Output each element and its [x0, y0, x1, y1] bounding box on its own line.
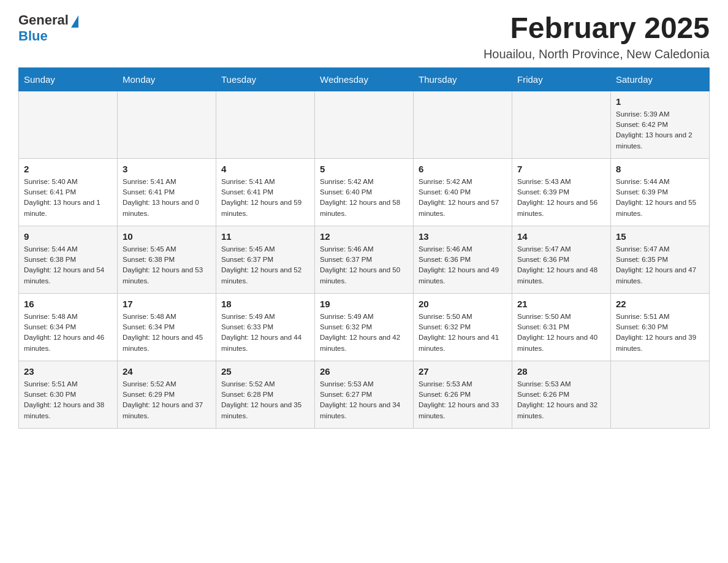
calendar-day-cell: 11Sunrise: 5:45 AMSunset: 6:37 PMDayligh…: [216, 226, 315, 293]
day-info: Sunrise: 5:47 AMSunset: 6:36 PMDaylight:…: [517, 244, 605, 286]
day-number: 21: [517, 299, 605, 309]
calendar-day-cell: 4Sunrise: 5:41 AMSunset: 6:41 PMDaylight…: [216, 158, 315, 226]
day-info: Sunrise: 5:46 AMSunset: 6:36 PMDaylight:…: [419, 244, 507, 286]
calendar-day-cell: [216, 91, 315, 158]
calendar-day-cell: 26Sunrise: 5:53 AMSunset: 6:27 PMDayligh…: [315, 361, 414, 428]
day-number: 19: [320, 299, 408, 309]
calendar-day-cell: 14Sunrise: 5:47 AMSunset: 6:36 PMDayligh…: [512, 226, 611, 293]
day-info: Sunrise: 5:42 AMSunset: 6:40 PMDaylight:…: [419, 177, 507, 219]
day-number: 6: [419, 164, 507, 174]
day-info: Sunrise: 5:49 AMSunset: 6:33 PMDaylight:…: [221, 312, 309, 354]
calendar-day-cell: 1Sunrise: 5:39 AMSunset: 6:42 PMDaylight…: [611, 91, 710, 158]
day-number: 14: [517, 231, 605, 242]
calendar-week-row: 1Sunrise: 5:39 AMSunset: 6:42 PMDaylight…: [19, 91, 710, 158]
weekday-header-wednesday: Wednesday: [315, 67, 414, 91]
day-number: 7: [517, 164, 605, 174]
weekday-header-thursday: Thursday: [414, 67, 512, 91]
logo-blue-text: Blue: [18, 28, 48, 44]
day-number: 28: [517, 366, 605, 377]
day-number: 11: [221, 231, 309, 242]
calendar-day-cell: [512, 91, 611, 158]
weekday-header-tuesday: Tuesday: [216, 67, 315, 91]
day-number: 3: [123, 164, 211, 174]
weekday-header-saturday: Saturday: [611, 67, 710, 91]
day-number: 5: [320, 164, 408, 174]
day-number: 13: [419, 231, 507, 242]
day-info: Sunrise: 5:50 AMSunset: 6:32 PMDaylight:…: [419, 312, 507, 354]
calendar-day-cell: 24Sunrise: 5:52 AMSunset: 6:29 PMDayligh…: [118, 361, 216, 428]
day-number: 2: [24, 164, 112, 174]
day-info: Sunrise: 5:53 AMSunset: 6:26 PMDaylight:…: [419, 379, 507, 421]
day-info: Sunrise: 5:48 AMSunset: 6:34 PMDaylight:…: [24, 312, 112, 354]
calendar-day-cell: 12Sunrise: 5:46 AMSunset: 6:37 PMDayligh…: [315, 226, 414, 293]
day-info: Sunrise: 5:41 AMSunset: 6:41 PMDaylight:…: [221, 177, 309, 219]
day-number: 16: [24, 299, 112, 309]
day-number: 15: [616, 231, 704, 242]
calendar-header-row: SundayMondayTuesdayWednesdayThursdayFrid…: [19, 67, 710, 91]
day-info: Sunrise: 5:51 AMSunset: 6:30 PMDaylight:…: [24, 379, 112, 421]
calendar-day-cell: 7Sunrise: 5:43 AMSunset: 6:39 PMDaylight…: [512, 158, 611, 226]
title-area: February 2025 Houailou, North Province, …: [483, 12, 710, 61]
calendar-day-cell: 18Sunrise: 5:49 AMSunset: 6:33 PMDayligh…: [216, 293, 315, 361]
calendar-day-cell: 6Sunrise: 5:42 AMSunset: 6:40 PMDaylight…: [414, 158, 512, 226]
day-number: 8: [616, 164, 704, 174]
calendar-day-cell: 21Sunrise: 5:50 AMSunset: 6:31 PMDayligh…: [512, 293, 611, 361]
calendar-day-cell: 22Sunrise: 5:51 AMSunset: 6:30 PMDayligh…: [611, 293, 710, 361]
calendar-week-row: 2Sunrise: 5:40 AMSunset: 6:41 PMDaylight…: [19, 158, 710, 226]
calendar-day-cell: [118, 91, 216, 158]
calendar-day-cell: [414, 91, 512, 158]
calendar-day-cell: 17Sunrise: 5:48 AMSunset: 6:34 PMDayligh…: [118, 293, 216, 361]
weekday-header-monday: Monday: [118, 67, 216, 91]
calendar-day-cell: [19, 91, 118, 158]
day-number: 12: [320, 231, 408, 242]
day-info: Sunrise: 5:51 AMSunset: 6:30 PMDaylight:…: [616, 312, 704, 354]
day-number: 20: [419, 299, 507, 309]
weekday-header-friday: Friday: [512, 67, 611, 91]
day-info: Sunrise: 5:49 AMSunset: 6:32 PMDaylight:…: [320, 312, 408, 354]
day-number: 27: [419, 366, 507, 377]
day-info: Sunrise: 5:39 AMSunset: 6:42 PMDaylight:…: [616, 109, 704, 151]
calendar-day-cell: 16Sunrise: 5:48 AMSunset: 6:34 PMDayligh…: [19, 293, 118, 361]
location-subtitle: Houailou, North Province, New Caledonia: [483, 47, 710, 61]
day-number: 24: [123, 366, 211, 377]
day-info: Sunrise: 5:44 AMSunset: 6:39 PMDaylight:…: [616, 177, 704, 219]
day-number: 4: [221, 164, 309, 174]
day-number: 23: [24, 366, 112, 377]
weekday-header-sunday: Sunday: [19, 67, 118, 91]
day-info: Sunrise: 5:42 AMSunset: 6:40 PMDaylight:…: [320, 177, 408, 219]
day-info: Sunrise: 5:43 AMSunset: 6:39 PMDaylight:…: [517, 177, 605, 219]
day-info: Sunrise: 5:44 AMSunset: 6:38 PMDaylight:…: [24, 244, 112, 286]
logo-triangle-icon: [71, 15, 78, 28]
day-number: 18: [221, 299, 309, 309]
calendar-table: SundayMondayTuesdayWednesdayThursdayFrid…: [18, 67, 710, 429]
calendar-week-row: 9Sunrise: 5:44 AMSunset: 6:38 PMDaylight…: [19, 226, 710, 293]
logo-general-text: General: [18, 12, 69, 28]
day-info: Sunrise: 5:50 AMSunset: 6:31 PMDaylight:…: [517, 312, 605, 354]
calendar-week-row: 16Sunrise: 5:48 AMSunset: 6:34 PMDayligh…: [19, 293, 710, 361]
calendar-day-cell: 9Sunrise: 5:44 AMSunset: 6:38 PMDaylight…: [19, 226, 118, 293]
calendar-day-cell: 28Sunrise: 5:53 AMSunset: 6:26 PMDayligh…: [512, 361, 611, 428]
calendar-day-cell: 8Sunrise: 5:44 AMSunset: 6:39 PMDaylight…: [611, 158, 710, 226]
day-number: 9: [24, 231, 112, 242]
day-info: Sunrise: 5:48 AMSunset: 6:34 PMDaylight:…: [123, 312, 211, 354]
day-info: Sunrise: 5:46 AMSunset: 6:37 PMDaylight:…: [320, 244, 408, 286]
day-info: Sunrise: 5:45 AMSunset: 6:37 PMDaylight:…: [221, 244, 309, 286]
day-number: 26: [320, 366, 408, 377]
calendar-day-cell: 19Sunrise: 5:49 AMSunset: 6:32 PMDayligh…: [315, 293, 414, 361]
day-number: 10: [123, 231, 211, 242]
calendar-day-cell: [611, 361, 710, 428]
calendar-day-cell: 27Sunrise: 5:53 AMSunset: 6:26 PMDayligh…: [414, 361, 512, 428]
page-header: General Blue February 2025 Houailou, Nor…: [18, 12, 710, 61]
calendar-week-row: 23Sunrise: 5:51 AMSunset: 6:30 PMDayligh…: [19, 361, 710, 428]
day-info: Sunrise: 5:41 AMSunset: 6:41 PMDaylight:…: [123, 177, 211, 219]
calendar-day-cell: 15Sunrise: 5:47 AMSunset: 6:35 PMDayligh…: [611, 226, 710, 293]
day-info: Sunrise: 5:52 AMSunset: 6:28 PMDaylight:…: [221, 379, 309, 421]
day-info: Sunrise: 5:53 AMSunset: 6:27 PMDaylight:…: [320, 379, 408, 421]
calendar-day-cell: 25Sunrise: 5:52 AMSunset: 6:28 PMDayligh…: [216, 361, 315, 428]
calendar-day-cell: 13Sunrise: 5:46 AMSunset: 6:36 PMDayligh…: [414, 226, 512, 293]
calendar-day-cell: 23Sunrise: 5:51 AMSunset: 6:30 PMDayligh…: [19, 361, 118, 428]
day-info: Sunrise: 5:53 AMSunset: 6:26 PMDaylight:…: [517, 379, 605, 421]
calendar-day-cell: 20Sunrise: 5:50 AMSunset: 6:32 PMDayligh…: [414, 293, 512, 361]
calendar-day-cell: [315, 91, 414, 158]
day-number: 17: [123, 299, 211, 309]
